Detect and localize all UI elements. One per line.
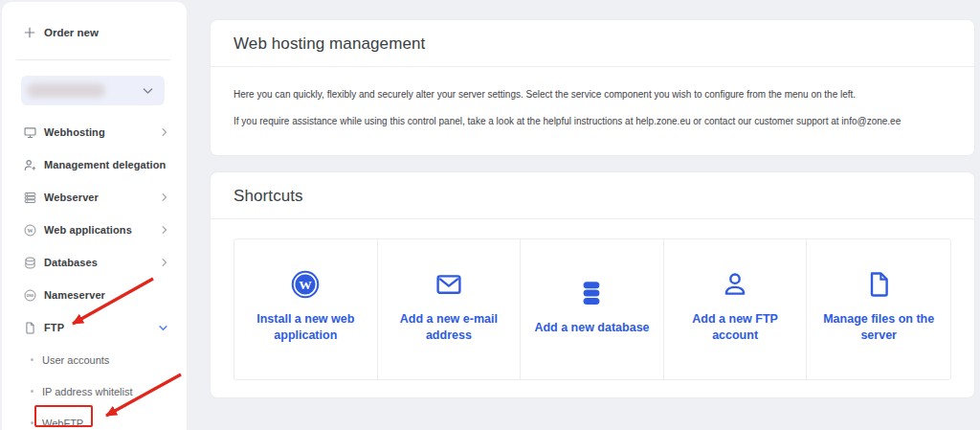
shortcut-label: Add a new FTP account <box>671 311 799 344</box>
order-new-label: Order new <box>44 27 99 38</box>
account-selector[interactable] <box>21 76 165 105</box>
person-plus-icon <box>23 158 37 172</box>
sidebar-subitem-label: WebFTP <box>42 418 83 429</box>
sidebar-item-databases[interactable]: Databases <box>2 246 187 279</box>
chevron-right-icon <box>162 192 167 202</box>
shortcuts-title: Shortcuts <box>234 187 951 206</box>
shortcuts-grid: W Install a new web application Add a ne… <box>234 238 951 380</box>
shortcuts-card: Shortcuts W Install a new web applicatio… <box>210 171 975 398</box>
sidebar-item-webftp[interactable]: WebFTP <box>2 407 187 430</box>
sidebar-divider <box>16 59 170 60</box>
page-title: Web hosting management <box>234 34 951 54</box>
server-icon <box>23 191 37 205</box>
file-icon <box>863 269 894 300</box>
sidebar-item-label: Web applications <box>44 224 132 236</box>
sidebar: Order new Webhosting Management delegati… <box>2 2 187 430</box>
shortcut-label: Manage files on the server <box>814 311 943 344</box>
shortcut-add-ftp-account[interactable]: Add a new FTP account <box>664 239 808 379</box>
sidebar-item-label: FTP <box>44 322 64 333</box>
chevron-right-icon <box>162 225 167 235</box>
intro-text: Here you can quickly, flexibly and secur… <box>211 67 974 155</box>
sidebar-subitem-label: User accounts <box>42 354 109 366</box>
bullet-icon <box>31 358 33 361</box>
bullet-icon <box>31 421 33 424</box>
shortcut-manage-files[interactable]: Manage files on the server <box>807 239 950 379</box>
sidebar-item-label: Webserver <box>44 192 99 203</box>
shortcut-add-database[interactable]: Add a new database <box>521 239 664 379</box>
sidebar-item-web-applications[interactable]: W Web applications <box>2 214 187 246</box>
envelope-icon <box>434 269 464 300</box>
wordpress-icon: W <box>23 223 37 238</box>
shortcut-label: Add a new database <box>534 320 649 336</box>
intro-paragraph: Here you can quickly, flexibly and secur… <box>234 86 951 102</box>
plus-icon <box>23 26 36 39</box>
chevron-right-icon <box>162 258 167 267</box>
sidebar-item-management-delegation[interactable]: Management delegation <box>2 148 187 181</box>
sidebar-item-nameserver[interactable]: DNS Nameserver <box>2 279 187 311</box>
sidebar-item-ip-address-whitelist[interactable]: IP address whitelist <box>2 375 187 407</box>
card-header: Web hosting management <box>211 20 974 67</box>
sidebar-item-label: Databases <box>44 257 98 268</box>
wordpress-icon: W <box>290 269 321 300</box>
svg-text:W: W <box>300 278 313 292</box>
shortcut-install-web-application[interactable]: W Install a new web application <box>234 239 378 379</box>
sidebar-item-label: Management delegation <box>44 159 166 170</box>
sidebar-item-webserver[interactable]: Webserver <box>2 181 187 214</box>
database-icon <box>576 278 607 308</box>
order-new-button[interactable]: Order new <box>23 19 99 46</box>
person-icon <box>720 269 750 300</box>
sidebar-menu: Webhosting Management delegation Webserv… <box>2 116 187 344</box>
bullet-icon <box>31 390 33 393</box>
database-icon <box>23 256 37 270</box>
sidebar-subitem-label: IP address whitelist <box>42 386 133 397</box>
main-content: Web hosting management Here you can quic… <box>210 0 975 398</box>
web-hosting-management-card: Web hosting management Here you can quic… <box>210 19 975 156</box>
shortcuts-body: W Install a new web application Add a ne… <box>211 219 974 397</box>
file-icon <box>23 321 37 335</box>
sidebar-item-ftp[interactable]: FTP <box>2 311 187 344</box>
sidebar-item-webhosting[interactable]: Webhosting <box>2 116 187 148</box>
redacted-account-name <box>27 83 105 98</box>
chevron-down-icon <box>159 325 167 331</box>
dns-icon: DNS <box>23 288 37 303</box>
shortcut-label: Add a new e-mail address <box>385 311 513 344</box>
chevron-right-icon <box>162 127 167 137</box>
shortcut-label: Install a new web application <box>241 311 369 344</box>
sidebar-item-user-accounts[interactable]: User accounts <box>2 344 187 375</box>
ftp-submenu: User accounts IP address whitelist WebFT… <box>2 344 187 430</box>
shortcut-add-email-address[interactable]: Add a new e-mail address <box>378 239 522 379</box>
monitor-icon <box>23 125 37 140</box>
intro-paragraph: If you require assistance while using th… <box>234 113 951 129</box>
sidebar-item-label: Nameserver <box>44 289 105 301</box>
chevron-down-icon <box>143 87 153 95</box>
card-header: Shortcuts <box>211 172 974 219</box>
svg-text:DNS: DNS <box>27 293 34 297</box>
sidebar-item-label: Webhosting <box>44 126 105 138</box>
svg-text:W: W <box>28 227 33 233</box>
